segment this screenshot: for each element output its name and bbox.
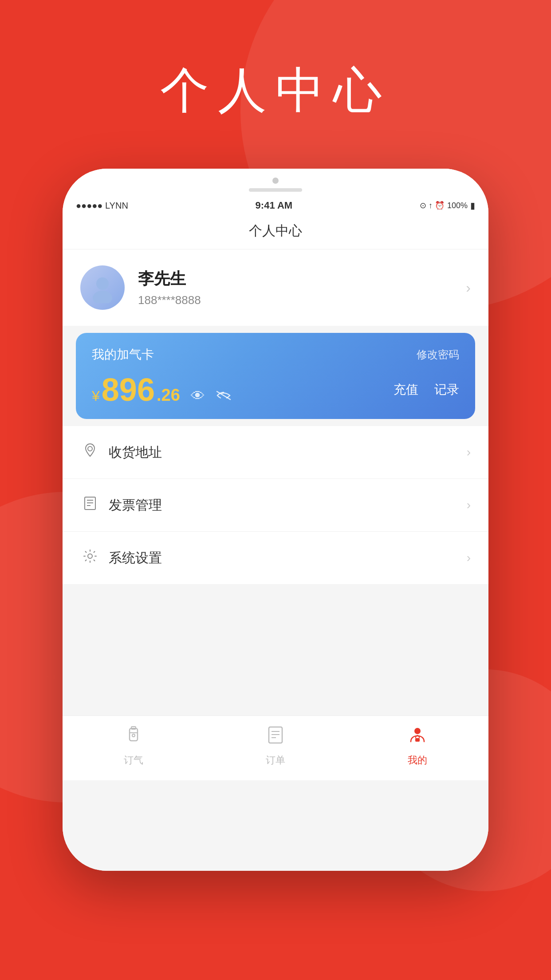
- phone-speaker: [249, 188, 302, 192]
- tab-order-gas-label: 订气: [124, 754, 143, 767]
- svg-point-7: [88, 554, 92, 558]
- address-label: 收货地址: [109, 443, 458, 462]
- status-icons: ⊙ ↑ ⏰: [420, 201, 445, 210]
- settings-label: 系统设置: [109, 549, 458, 567]
- svg-point-16: [414, 728, 421, 734]
- nav-header: 个人中心: [63, 215, 488, 249]
- settings-chevron-icon: ›: [467, 551, 471, 565]
- eye-icon[interactable]: 👁: [191, 388, 205, 404]
- settings-icon: [80, 549, 100, 567]
- page-title: 个人中心: [0, 58, 551, 124]
- invoice-label: 发票管理: [109, 496, 458, 514]
- menu-item-settings[interactable]: 系统设置 ›: [63, 532, 488, 584]
- nav-title: 个人中心: [249, 223, 302, 238]
- user-name: 李先生: [138, 268, 453, 290]
- user-info: 李先生 188****8888: [138, 268, 453, 307]
- profile-icon: [407, 725, 428, 750]
- tab-profile[interactable]: 我的: [407, 725, 428, 767]
- svg-point-1: [93, 291, 112, 303]
- user-avatar: [80, 265, 125, 310]
- gas-card-change-password[interactable]: 修改密码: [417, 348, 459, 362]
- menu-item-invoice[interactable]: 发票管理 ›: [63, 479, 488, 532]
- record-button[interactable]: 记录: [434, 381, 459, 398]
- user-chevron-icon: ›: [466, 280, 471, 296]
- tab-order-gas[interactable]: 订气: [123, 725, 144, 767]
- orders-icon: [265, 725, 286, 750]
- svg-point-11: [132, 734, 135, 737]
- user-phone: 188****8888: [138, 293, 453, 307]
- gas-card-balance: ¥ 896 .26 👁: [92, 374, 232, 406]
- user-section[interactable]: 李先生 188****8888 ›: [63, 249, 488, 326]
- status-bar: ●●●●● LYNN 9:41 AM ⊙ ↑ ⏰ 100% ▮: [63, 196, 488, 215]
- tab-bar: 订气 订单: [63, 715, 488, 780]
- phone-top: [63, 169, 488, 196]
- eye-slash-icon[interactable]: [216, 388, 232, 404]
- address-chevron-icon: ›: [467, 445, 471, 459]
- tab-orders-label: 订单: [266, 754, 285, 767]
- app-content: 李先生 188****8888 › 我的加气卡 修改密码 ¥ 896 .26 👁: [63, 249, 488, 871]
- status-time: 9:41 AM: [256, 200, 293, 211]
- invoice-chevron-icon: ›: [467, 498, 471, 512]
- phone-mockup: ●●●●● LYNN 9:41 AM ⊙ ↑ ⏰ 100% ▮ 个人中心 李先生…: [63, 169, 488, 871]
- svg-point-2: [88, 447, 92, 451]
- svg-point-0: [96, 277, 109, 290]
- gas-card-title: 我的加气卡: [92, 346, 154, 363]
- phone-camera: [272, 178, 279, 184]
- recharge-button[interactable]: 充值: [394, 381, 418, 398]
- status-right: ⊙ ↑ ⏰ 100% ▮: [420, 200, 475, 211]
- battery-bar-icon: ▮: [470, 200, 475, 211]
- status-battery: 100%: [447, 201, 468, 210]
- svg-rect-17: [415, 738, 420, 742]
- status-carrier: ●●●●● LYNN: [76, 201, 128, 211]
- gas-card-header: 我的加气卡 修改密码: [92, 346, 459, 363]
- location-icon: [80, 443, 100, 462]
- gas-card-body: ¥ 896 .26 👁: [92, 374, 459, 406]
- gas-bottle-icon: [123, 725, 144, 750]
- balance-main: 896: [102, 374, 155, 406]
- balance-cents: .26: [157, 386, 180, 405]
- tab-profile-label: 我的: [408, 754, 427, 767]
- content-spacer: [63, 591, 488, 715]
- menu-section: 收货地址 › 发票管理 ›: [63, 426, 488, 584]
- gas-card: 我的加气卡 修改密码 ¥ 896 .26 👁: [76, 333, 475, 419]
- balance-symbol: ¥: [92, 388, 100, 404]
- balance-visibility-icons: 👁: [191, 388, 232, 404]
- tab-orders[interactable]: 订单: [265, 725, 286, 767]
- page-title-area: 个人中心: [0, 58, 551, 124]
- menu-item-address[interactable]: 收货地址 ›: [63, 426, 488, 479]
- invoice-icon: [80, 496, 100, 514]
- gas-card-actions: 充值 记录: [394, 381, 459, 398]
